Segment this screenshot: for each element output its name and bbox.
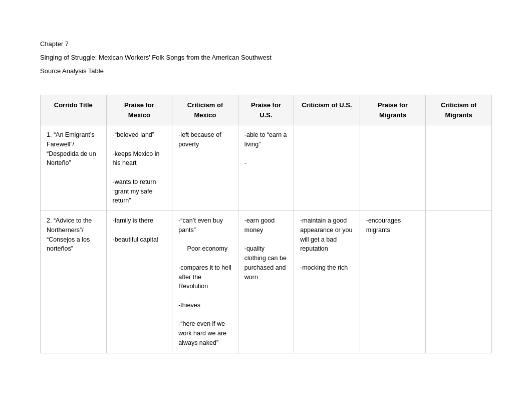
- table-label: Source Analysis Table: [40, 67, 492, 75]
- row-1-cell-4: -maintain a good appearance or you will …: [294, 211, 360, 353]
- row-1-cell-3: -earn good money -quality clothing can b…: [238, 211, 294, 353]
- col-header-praise-us: Praise for U.S.: [238, 95, 294, 125]
- table-row: 2. “Advice to the Northerners”/ “Consejo…: [41, 211, 492, 353]
- page-header: Chapter 7 Singing of Struggle: Mexican W…: [40, 40, 492, 75]
- row-1-cell-2: -“can’t even buy pants” Poor economy -co…: [172, 211, 238, 353]
- chapter-title: Chapter 7: [40, 40, 492, 48]
- subtitle: Singing of Struggle: Mexican Workers' Fo…: [40, 54, 492, 61]
- row-0-cell-0: 1. “An Emigrant’s Farewell”/ “Despedida …: [41, 125, 107, 211]
- row-1-cell-1: -family is there -beautiful capital: [106, 211, 172, 353]
- row-0-cell-1: -“beloved land” -keeps Mexico in his hea…: [106, 125, 172, 211]
- row-0-cell-6: [426, 125, 492, 211]
- col-header-praise-mexico: Praise for Mexico: [106, 95, 172, 125]
- row-0-cell-4: [294, 125, 360, 211]
- col-header-criticism-migrants: Criticism of Migrants: [426, 95, 492, 125]
- col-header-praise-migrants: Praise for Migrants: [360, 95, 426, 125]
- analysis-table: Corrido Title Praise for Mexico Criticis…: [40, 95, 492, 353]
- row-0-cell-3: -able to “earn a living” -: [238, 125, 294, 211]
- col-header-criticism-mexico: Criticism of Mexico: [172, 95, 238, 125]
- col-header-criticism-us: Criticism of U.S.: [294, 95, 360, 125]
- row-1-cell-5: -encourages migrants: [360, 211, 426, 353]
- row-0-cell-5: [360, 125, 426, 211]
- col-header-title: Corrido Title: [41, 95, 107, 125]
- row-1-cell-0: 2. “Advice to the Northerners”/ “Consejo…: [41, 211, 107, 353]
- row-1-cell-6: [426, 211, 492, 353]
- row-0-cell-2: -left because of poverty: [172, 125, 238, 211]
- table-row: 1. “An Emigrant’s Farewell”/ “Despedida …: [41, 125, 492, 211]
